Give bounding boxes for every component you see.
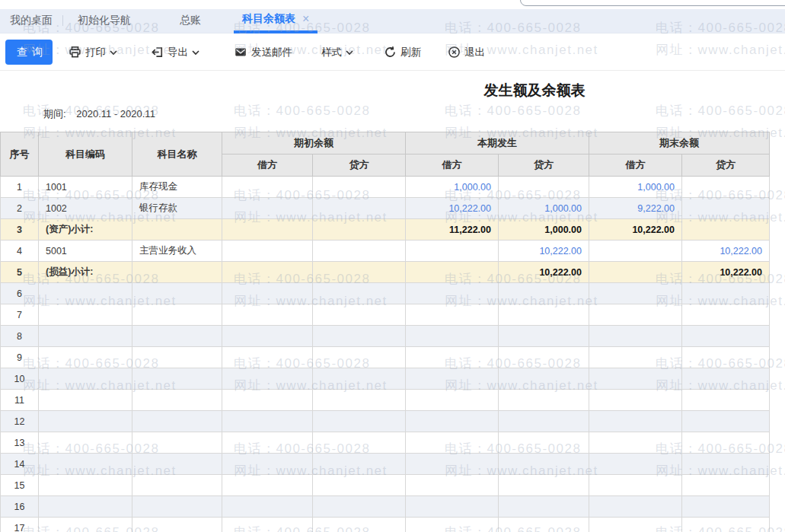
cell-opening-credit [313,368,406,390]
table-row: 11 [1,390,770,411]
cell-closing-credit [682,304,770,326]
cell-opening-credit [313,241,406,262]
period-label: 期间: [43,108,66,119]
cell-closing-debit [589,241,682,262]
cell-account-code [39,496,132,518]
cell-opening-debit [222,262,313,283]
cell-current-credit [499,432,589,454]
header-debit: 借方 [406,155,499,177]
cell-closing-debit [589,411,682,432]
table-row: 21002银行存款10,222.001,000.009,222.00 [1,198,770,219]
table-row: 8 [1,326,770,347]
cell-closing-credit [682,475,770,496]
cell-account-name [132,390,222,411]
exit-button[interactable]: 退出 [448,46,485,59]
cell-current-credit [499,283,589,304]
table-header: 序号 科目编码 科目名称 期初余额 本期发生 期末余额 借方 贷方 借方 贷方 … [1,132,770,177]
period-value: 2020.11 - 2020.11 [76,108,155,119]
cell-closing-credit: 10,222.00 [682,262,770,283]
cell-current-credit [499,454,589,475]
cell-opening-credit [313,411,406,432]
table-row: 7 [1,304,770,326]
exit-circle-x-icon [448,46,461,59]
cell-current-credit [499,326,589,347]
cell-opening-debit [222,411,313,432]
cell-current-credit [499,518,589,532]
cell-closing-debit [589,432,682,454]
tab-general-ledger[interactable]: 总账 [170,8,211,33]
cell-opening-debit [222,177,313,198]
cell-current-debit[interactable]: 10,222.00 [406,198,499,219]
tab-account-balance[interactable]: 科目余额表 × [234,8,318,33]
search-box[interactable] [520,0,785,6]
header-account-name: 科目名称 [132,132,222,177]
cell-closing-debit [589,283,682,304]
tab-separator [62,15,63,26]
cell-opening-credit [313,347,406,368]
cell-account-name [132,304,222,326]
cell-closing-debit: 10,222.00 [589,219,682,241]
cell-account-name [132,475,222,496]
cell-current-debit[interactable]: 1,000.00 [406,177,499,198]
cell-current-credit [499,411,589,432]
cell-account-code [39,368,132,390]
cell-opening-debit [222,198,313,219]
cell-current-credit[interactable]: 10,222.00 [499,241,589,262]
cell-account-code [39,432,132,454]
cell-account-name [132,496,222,518]
query-button[interactable]: 查询 [5,40,53,65]
table-row: 12 [1,411,770,432]
cell-opening-debit [222,475,313,496]
cell-seq: 9 [1,347,39,368]
cell-account-name [132,518,222,532]
cell-account-code: 1002 [39,198,132,219]
cell-closing-debit[interactable]: 9,222.00 [589,198,682,219]
chevron-down-icon [346,49,353,56]
cell-account-code: (资产)小计: [39,219,132,241]
tab-my-desktop[interactable]: 我的桌面 [0,8,62,33]
cell-current-debit [406,304,499,326]
cell-closing-credit [682,390,770,411]
cell-current-credit[interactable]: 1,000.00 [499,198,589,219]
balance-table: 序号 科目编码 科目名称 期初余额 本期发生 期末余额 借方 贷方 借方 贷方 … [0,132,770,532]
top-strip [0,0,785,9]
close-icon[interactable]: × [302,13,309,25]
cell-closing-debit [589,475,682,496]
cell-current-debit [406,475,499,496]
exit-label: 退出 [464,46,485,59]
toolbar: 查询 打印 导出 [0,34,785,71]
print-label: 打印 [85,46,106,59]
refresh-button[interactable]: 刷新 [384,46,421,59]
send-email-button[interactable]: 发送邮件 [234,46,292,59]
tab-init-navigation[interactable]: 初始化导航 [68,8,141,33]
cell-opening-credit [313,283,406,304]
cell-seq: 5 [1,262,39,283]
cell-closing-debit [589,347,682,368]
export-button[interactable]: 导出 [151,46,199,59]
print-button[interactable]: 打印 [69,46,117,59]
cell-account-name: 库存现金 [132,177,222,198]
cell-opening-credit [313,177,406,198]
header-debit: 借方 [222,155,313,177]
cell-account-code: 1001 [39,177,132,198]
cell-seq: 12 [1,411,39,432]
cell-closing-credit[interactable]: 10,222.00 [682,241,770,262]
cell-account-name [132,326,222,347]
cell-seq: 11 [1,390,39,411]
cell-current-debit [406,368,499,390]
style-button[interactable]: 样式 [321,46,353,59]
cell-account-name [132,347,222,368]
cell-closing-debit[interactable]: 1,000.00 [589,177,682,198]
cell-opening-debit [222,454,313,475]
cell-opening-credit [313,475,406,496]
header-current-period: 本期发生 [406,132,589,155]
cell-opening-debit [222,496,313,518]
printer-icon [69,46,81,59]
header-debit: 借方 [589,155,682,177]
cell-closing-debit [589,390,682,411]
cell-closing-credit [682,347,770,368]
cell-opening-debit [222,518,313,532]
cell-closing-debit [589,304,682,326]
cell-closing-credit [682,518,770,532]
cell-opening-debit [222,283,313,304]
